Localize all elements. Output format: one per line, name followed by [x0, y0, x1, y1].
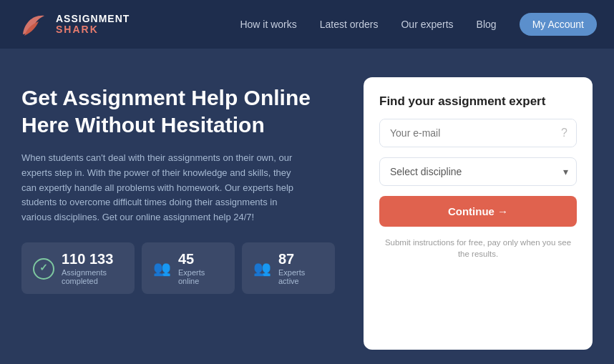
- stat-card-assignments: 110 133 Assignments completed: [21, 242, 135, 294]
- stat-experts-active-info: 87 Experts active: [278, 251, 323, 285]
- stat-assignments-label: Assignments completed: [62, 268, 123, 285]
- left-section: Get Assignment Help Online Here Without …: [21, 77, 335, 350]
- logo-assignment: ASSIGNMENT: [56, 14, 130, 24]
- submit-note: Submit instructions for free, pay only w…: [379, 237, 577, 260]
- email-input[interactable]: [380, 119, 576, 147]
- email-input-wrapper: ?: [379, 119, 577, 147]
- assignment-form-panel: Find your assignment expert ? Select dis…: [364, 77, 593, 350]
- stat-experts-active-number: 87: [278, 251, 323, 267]
- logo: ASSIGNMENT SHARK: [17, 9, 130, 40]
- nav-how-it-works[interactable]: How it works: [240, 19, 296, 30]
- stat-card-experts-active: 87 Experts active: [242, 242, 335, 294]
- nav-latest-orders[interactable]: Latest orders: [320, 19, 379, 30]
- users-active-icon: [253, 259, 271, 277]
- stat-assignments-number: 110 133: [62, 251, 123, 267]
- header: ASSIGNMENT SHARK How it works Latest ord…: [0, 0, 614, 49]
- nav-our-experts[interactable]: Our experts: [401, 19, 453, 30]
- help-icon[interactable]: ?: [561, 127, 567, 139]
- discipline-select-wrapper: Select discipline Mathematics Physics Ch…: [379, 157, 577, 186]
- hero-description: When students can't deal with their assi…: [21, 151, 301, 225]
- panel-title: Find your assignment expert: [379, 94, 577, 109]
- hero-title: Get Assignment Help Online Here Without …: [21, 84, 335, 138]
- stat-card-experts-online: 45 Experts online: [142, 242, 235, 294]
- discipline-select[interactable]: Select discipline Mathematics Physics Ch…: [379, 157, 577, 186]
- nav-blog[interactable]: Blog: [477, 19, 497, 30]
- logo-icon: [17, 9, 49, 40]
- stats-row: 110 133 Assignments completed 45 Experts…: [21, 242, 335, 294]
- check-icon: [33, 257, 54, 280]
- stat-experts-online-info: 45 Experts online: [178, 251, 223, 285]
- stat-experts-online-label: Experts online: [178, 268, 223, 285]
- stat-experts-active-label: Experts active: [278, 268, 323, 285]
- main-nav: How it works Latest orders Our experts B…: [240, 13, 597, 36]
- stat-assignments-info: 110 133 Assignments completed: [62, 251, 123, 285]
- users-online-icon: [153, 259, 171, 277]
- my-account-button[interactable]: My Account: [520, 13, 597, 36]
- stat-experts-online-number: 45: [178, 251, 223, 267]
- main-content: Get Assignment Help Online Here Without …: [0, 49, 614, 364]
- continue-button[interactable]: Continue →: [379, 196, 577, 227]
- logo-shark: SHARK: [56, 24, 130, 35]
- logo-text: ASSIGNMENT SHARK: [56, 14, 130, 36]
